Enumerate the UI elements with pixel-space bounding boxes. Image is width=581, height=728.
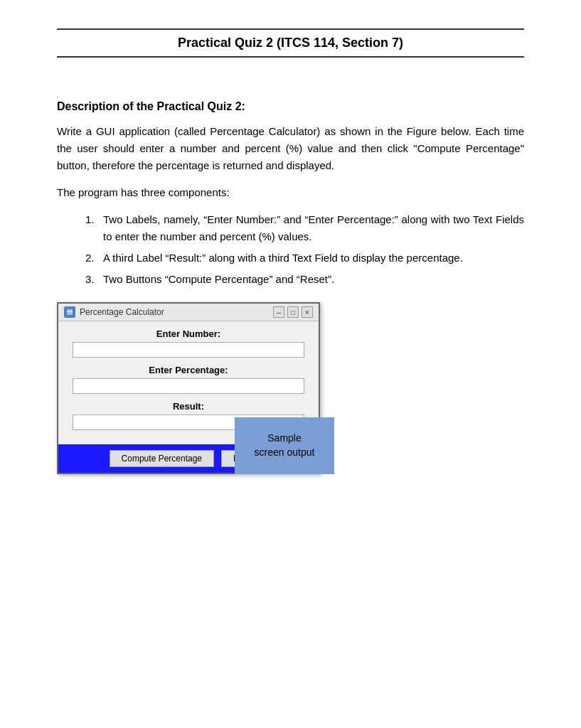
title-bar: Percentage Calculator – □ × bbox=[58, 304, 319, 321]
calculator-wrapper: Percentage Calculator – □ × Enter Number… bbox=[57, 302, 334, 474]
sample-output-box: Sample screen output bbox=[235, 417, 334, 474]
window-controls[interactable]: – □ × bbox=[273, 306, 313, 318]
page-header: Practical Quiz 2 (ITCS 114, Section 7) bbox=[57, 28, 524, 58]
minimize-button[interactable]: – bbox=[273, 306, 284, 318]
svg-rect-0 bbox=[67, 309, 73, 315]
app-icon bbox=[64, 306, 75, 318]
components-list: 1. Two Labels, namely, “Enter Number:” a… bbox=[57, 211, 524, 288]
list-text-1: Two Labels, namely, “Enter Number:” and … bbox=[103, 211, 524, 245]
result-label: Result: bbox=[73, 401, 304, 412]
list-item: 2. A third Label “Result:” along with a … bbox=[57, 250, 524, 267]
enter-number-input[interactable] bbox=[73, 342, 304, 358]
enter-number-label: Enter Number: bbox=[73, 328, 304, 339]
list-number-1: 1. bbox=[85, 211, 103, 245]
title-bar-left: Percentage Calculator bbox=[64, 306, 164, 318]
list-item: 3. Two Buttons “Compute Percentage” and … bbox=[57, 271, 524, 288]
page-title: Practical Quiz 2 (ITCS 114, Section 7) bbox=[57, 36, 524, 50]
enter-percentage-input[interactable] bbox=[73, 378, 304, 394]
compute-percentage-button[interactable]: Compute Percentage bbox=[110, 450, 214, 467]
page: Practical Quiz 2 (ITCS 114, Section 7) D… bbox=[0, 0, 581, 728]
sample-output-line1: Sample bbox=[267, 432, 301, 446]
paragraph-2: The program has three components: bbox=[57, 184, 524, 201]
list-number-2: 2. bbox=[85, 250, 103, 267]
list-number-3: 3. bbox=[85, 271, 103, 288]
list-item: 1. Two Labels, namely, “Enter Number:” a… bbox=[57, 211, 524, 245]
maximize-button[interactable]: □ bbox=[287, 306, 299, 318]
list-text-2: A third Label “Result:” along with a thi… bbox=[103, 250, 463, 267]
window-title: Percentage Calculator bbox=[80, 307, 164, 317]
section-title: Description of the Practical Quiz 2: bbox=[57, 100, 524, 113]
list-text-3: Two Buttons “Compute Percentage” and “Re… bbox=[103, 271, 334, 288]
enter-percentage-label: Enter Percentage: bbox=[73, 365, 304, 375]
close-button[interactable]: × bbox=[302, 306, 313, 318]
paragraph-1: Write a GUI application (called Percenta… bbox=[57, 123, 524, 174]
sample-output-line2: screen output bbox=[255, 446, 315, 460]
